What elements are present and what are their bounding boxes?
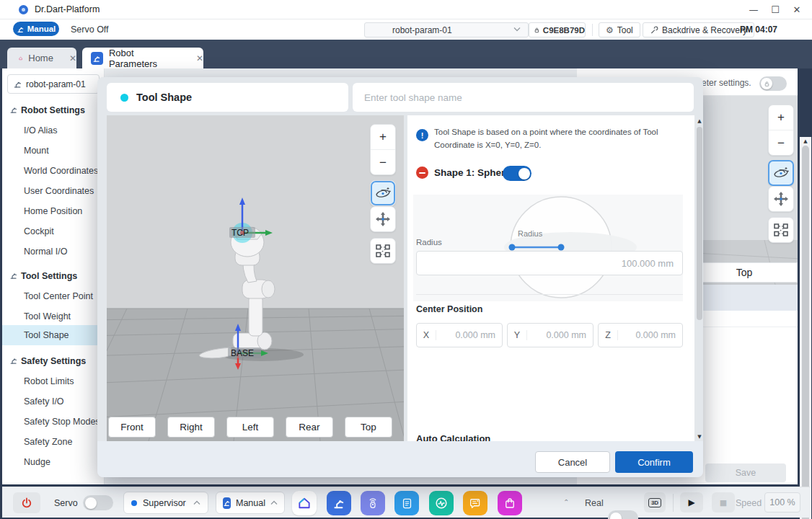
remove-shape-icon[interactable] — [416, 167, 428, 179]
sidebar-item-normal-io[interactable]: Normal I/O — [2, 241, 105, 262]
dock-robot-parameters-icon[interactable] — [327, 491, 351, 515]
dock-log-icon[interactable] — [463, 491, 487, 515]
servo-toggle[interactable] — [83, 495, 113, 510]
preset-dropdown[interactable]: robot-param-01 — [364, 22, 529, 37]
scroll-up-arrow[interactable]: ▲ — [800, 137, 811, 146]
view-button-left[interactable]: Left — [226, 417, 274, 438]
device-id-badge[interactable]: C9E8B79D — [529, 22, 586, 37]
role-dropdown-value: Supervisor — [143, 498, 186, 508]
dock-store-icon[interactable] — [498, 491, 522, 515]
zoom-out-button[interactable]: − — [769, 130, 793, 156]
pan-tool-button[interactable] — [370, 206, 396, 232]
sidebar-item-io-alias[interactable]: I/O Alias — [2, 120, 105, 141]
sidebar-item-cockpit[interactable]: Cockpit — [2, 221, 105, 241]
view-button-rear[interactable]: Rear — [286, 417, 333, 438]
sidebar-item-safety-stop-modes[interactable]: Safety Stop Modes — [2, 412, 105, 432]
item-label: World Coordinates — [2, 166, 98, 176]
center-y-field[interactable]: Y — [507, 323, 593, 347]
item-label: Safety I/O — [2, 396, 64, 407]
mode-dropdown[interactable]: Manual — [216, 492, 285, 514]
tab-robot-parameters-close-icon[interactable]: ✕ — [196, 53, 203, 63]
speed-value-box[interactable]: 100 % — [764, 492, 800, 513]
center-z-field[interactable]: Z — [598, 323, 683, 347]
zoom-in-button[interactable]: + — [371, 125, 395, 150]
sidebar-item-robot-limits[interactable]: Robot Limits — [2, 371, 105, 391]
real-mode-toggle[interactable] — [608, 510, 638, 519]
zoom-out-button[interactable]: − — [371, 150, 395, 175]
center-y-input[interactable] — [527, 329, 593, 341]
center-z-input[interactable] — [618, 329, 682, 341]
zoom-in-button[interactable]: + — [769, 105, 793, 130]
sidebar-item-nudge[interactable]: Nudge — [2, 452, 105, 472]
role-dropdown[interactable]: Supervisor — [123, 492, 208, 514]
tool-shape-name-input[interactable] — [353, 83, 694, 112]
sidebar-item-tool-weight[interactable]: Tool Weight — [2, 306, 105, 327]
main-scrollbar[interactable]: ▲ ▼ — [800, 137, 811, 519]
settings-lock-toggle[interactable] — [759, 76, 787, 91]
section-title: Tool Settings — [2, 271, 77, 281]
view-button-top[interactable]: Top — [345, 417, 392, 438]
confirm-button[interactable]: Confirm — [615, 451, 693, 473]
radius-input[interactable] — [417, 252, 682, 275]
center-x-field[interactable]: X — [416, 323, 503, 347]
dock-collapse-chevron-icon[interactable]: ⌃ — [563, 498, 569, 506]
background-top-view-button[interactable]: Top — [691, 262, 798, 283]
axis-z-label: Z — [599, 330, 618, 340]
axis-x-label: X — [417, 330, 436, 340]
center-x-input[interactable] — [436, 329, 502, 341]
measure-tool-button[interactable] — [768, 217, 794, 243]
sidebar-item-user-coordinates[interactable]: User Coordinates — [2, 181, 105, 201]
scrollbar-thumb[interactable] — [802, 146, 809, 519]
sidebar-item-tool-shape[interactable]: Tool Shape — [2, 325, 105, 345]
maximize-button[interactable]: ☐ — [764, 1, 786, 17]
dock-remote-control-icon[interactable] — [361, 491, 385, 515]
stop-button[interactable]: ■ — [712, 492, 735, 513]
save-button[interactable]: Save — [705, 463, 786, 482]
tool-shape-name-field[interactable] — [353, 83, 694, 112]
dialog-3d-viewport[interactable]: TCP BASE + − — [107, 115, 404, 441]
sidebar-item-tool-center-point[interactable]: Tool Center Point — [2, 286, 105, 306]
orbit-tool-button-selected[interactable] — [370, 180, 396, 206]
item-label: Tool Shape — [2, 330, 69, 340]
minimize-button[interactable]: — — [743, 1, 764, 17]
close-button[interactable]: ✕ — [786, 1, 808, 17]
radius-field[interactable] — [416, 251, 683, 275]
play-button[interactable]: ▶ — [680, 492, 703, 513]
orbit-tool-button[interactable] — [768, 160, 794, 186]
tool-button[interactable]: ⚙ Tool — [599, 22, 640, 37]
dock-task-editor-icon[interactable] — [394, 491, 419, 515]
tab-home[interactable]: Home ✕ — [7, 48, 76, 68]
tab-home-close-icon[interactable]: ✕ — [69, 53, 76, 63]
panel-scrollbar[interactable]: ▲ ▼ — [694, 117, 705, 441]
pan-tool-button[interactable] — [768, 186, 794, 212]
cancel-button[interactable]: Cancel — [535, 451, 610, 473]
sidebar-item-mount[interactable]: Mount — [2, 141, 105, 161]
dock-monitoring-icon[interactable] — [429, 491, 454, 515]
view-button-front[interactable]: Front — [108, 417, 156, 438]
sidebar-item-home-position[interactable]: Home Position — [2, 201, 105, 221]
shape-enabled-toggle[interactable] — [503, 166, 531, 181]
shape-settings-panel: ! Tool Shape is based on a point where t… — [407, 115, 694, 441]
application-window: Dr.Dart-Platform — ☐ ✕ Manual Servo Off … — [0, 0, 812, 519]
scroll-down-arrow[interactable]: ▼ — [694, 432, 705, 441]
sidebar-preset-chip[interactable]: robot-param-01 — [7, 74, 100, 94]
sidebar-item-world-coordinates[interactable]: World Coordinates — [2, 161, 105, 181]
sidebar-item-safety-io[interactable]: Safety I/O — [2, 391, 105, 412]
measure-icon — [773, 222, 789, 238]
scrollbar-thumb[interactable] — [697, 127, 702, 320]
sidebar-item-safety-zone[interactable]: Safety Zone — [2, 432, 105, 452]
measure-tool-button[interactable] — [370, 238, 396, 264]
power-button[interactable] — [13, 492, 40, 513]
manual-mode-button[interactable]: Manual — [13, 22, 59, 36]
scroll-up-arrow[interactable]: ▲ — [694, 117, 705, 125]
tab-robot-parameters[interactable]: Robot Parameters ✕ — [82, 48, 203, 68]
view-button-label: Top — [361, 422, 376, 432]
3d-view-button[interactable]: 3D — [644, 492, 666, 513]
pan-icon — [374, 210, 392, 228]
item-label: Cockpit — [2, 226, 54, 236]
view-button-right[interactable]: Right — [167, 417, 215, 438]
dock-home-icon[interactable] — [292, 491, 317, 515]
sphere-diagram: Radius Center — [413, 195, 683, 301]
svg-text:TCP: TCP — [231, 228, 249, 238]
backdrive-recovery-button[interactable]: Backdrive & Recovery — [643, 22, 754, 37]
